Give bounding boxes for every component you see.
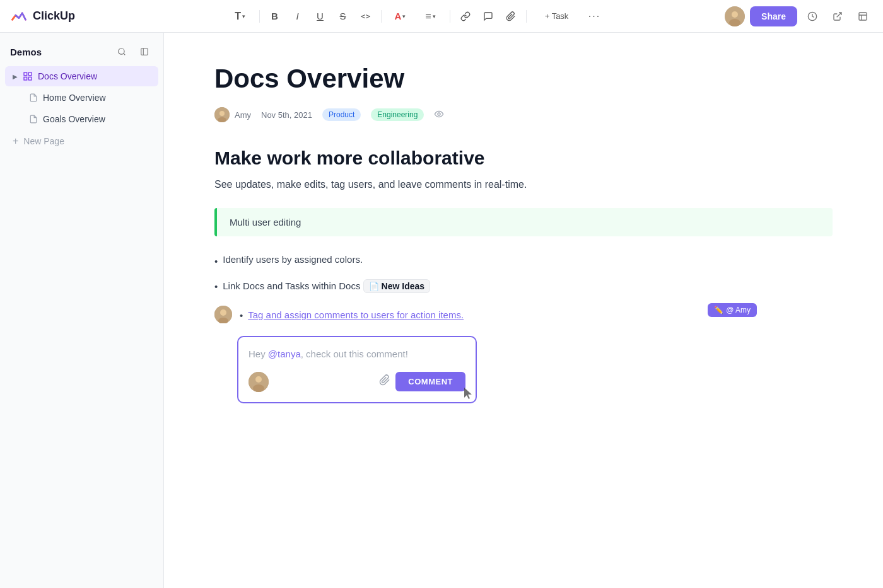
export-icon [833, 11, 843, 21]
comment-footer: COMMENT [249, 372, 465, 392]
svg-point-15 [218, 117, 226, 122]
app-name: ClickUp [33, 9, 75, 23]
code-button[interactable]: <> [356, 6, 376, 26]
comment-submit-button[interactable]: COMMENT [395, 372, 465, 391]
layout-button[interactable] [853, 6, 873, 26]
main-layout: Demos ▶ [0, 33, 883, 588]
workspace-title: Demos [10, 47, 42, 57]
bullet-dot-1: • [214, 256, 218, 267]
bullet-item-2: • Link Docs and Tasks within Docs 📄 New … [214, 279, 833, 293]
svg-rect-5 [859, 13, 867, 20]
bullet-list: • Identify users by assigned colors. • L… [214, 254, 833, 323]
strikethrough-button[interactable]: S [333, 6, 353, 26]
link-icon [460, 11, 471, 21]
layout-icon [858, 11, 868, 21]
italic-button[interactable]: I [288, 6, 308, 26]
plus-icon: + [13, 135, 18, 147]
history-button[interactable] [802, 6, 822, 26]
color-label: A [395, 11, 402, 21]
sidebar: Demos ▶ [0, 33, 164, 588]
bold-button[interactable]: B [265, 6, 285, 26]
comment-actions: COMMENT [379, 372, 465, 391]
align-arrow-icon: ▾ [433, 13, 436, 20]
tag-engineering[interactable]: Engineering [371, 108, 424, 121]
underline-button[interactable]: U [310, 6, 330, 26]
collapse-button[interactable] [136, 43, 153, 61]
bullet-text-2-before: Link Docs and Tasks within Docs [223, 280, 363, 291]
search-button[interactable] [113, 43, 131, 61]
svg-rect-9 [24, 72, 27, 76]
svg-point-1 [732, 11, 738, 18]
sidebar-item-home-overview[interactable]: Home Overview [5, 88, 158, 108]
toolbar-divider-2 [381, 10, 382, 23]
main-toolbar: ClickUp T ▾ B I U S <> A ▾ ≡ ▾ [0, 0, 883, 33]
svg-point-21 [255, 376, 262, 383]
svg-rect-8 [141, 49, 148, 55]
link-button[interactable] [455, 6, 476, 26]
bullet-dot-3: • [240, 310, 243, 321]
sidebar-header: Demos [0, 33, 163, 66]
comment-tool-button[interactable] [478, 6, 498, 26]
bullet-text-2: Link Docs and Tasks within Docs 📄 New Id… [223, 279, 430, 293]
visibility-icon [434, 109, 444, 121]
bullet-dot-2: • [214, 281, 218, 292]
callout-block: Multi user editing [214, 208, 833, 236]
section-heading: Make work more collaborative [214, 147, 833, 169]
align-icon: ≡ [425, 11, 431, 22]
comment-user-avatar [249, 372, 269, 392]
user-badge: ✏️ @ Amy [708, 303, 757, 317]
new-page-button[interactable]: + New Page [5, 130, 158, 152]
sidebar-item-docs-overview[interactable]: ▶ Docs Overview [5, 66, 158, 86]
doc-icon [29, 115, 38, 124]
section-description: See updates, make edits, tag users, and … [214, 179, 833, 190]
user-badge-name: @ Amy [726, 306, 751, 314]
svg-line-4 [837, 13, 841, 17]
color-button[interactable]: A ▾ [387, 6, 414, 26]
export-button[interactable] [827, 6, 848, 26]
svg-rect-10 [28, 72, 32, 76]
callout-text: Multi user editing [230, 217, 301, 228]
text-format-button[interactable]: T ▾ [226, 6, 254, 26]
comment-box: Hey @tanya, check out this comment! [237, 336, 477, 403]
bullet-text-1: Identify users by assigned colors. [223, 254, 363, 265]
share-button[interactable]: Share [750, 6, 797, 26]
expand-arrow-icon: ▶ [13, 73, 18, 80]
svg-point-16 [438, 113, 440, 115]
svg-rect-12 [28, 77, 32, 80]
sidebar-item-label: Docs Overview [38, 71, 97, 81]
comment-text: Hey @tanya, check out this comment! [249, 347, 465, 362]
sidebar-item-label: Home Overview [43, 93, 106, 103]
add-task-label: + Task [545, 11, 569, 21]
toolbar-divider-3 [450, 10, 450, 23]
svg-point-14 [219, 111, 225, 116]
toolbar-right: Share [725, 6, 873, 26]
sidebar-actions [113, 43, 153, 61]
bullet-item-3: • Tag and assign comments to users for a… [214, 306, 833, 323]
user-avatar [725, 6, 745, 26]
doc-link-icon: 📄 [369, 282, 379, 291]
bullet-text-3[interactable]: Tag and assign comments to users for act… [248, 309, 464, 320]
more-options-button[interactable]: ··· [585, 6, 605, 26]
align-button[interactable]: ≡ ▾ [417, 6, 445, 26]
doc-title: Docs Overview [214, 63, 833, 95]
bullet-item-1: • Identify users by assigned colors. [214, 254, 833, 267]
collapse-icon [140, 47, 149, 56]
clickup-logo-icon [10, 8, 28, 25]
toolbar-divider-4 [526, 10, 527, 23]
doc-link-label: New Ideas [382, 281, 424, 291]
author-name: Amy [235, 110, 251, 120]
attachment-button[interactable] [501, 6, 521, 26]
tag-product[interactable]: Product [322, 108, 361, 121]
doc-grid-icon [23, 71, 33, 81]
comment-text-after: , check out this comment! [301, 349, 408, 359]
svg-point-22 [253, 384, 264, 392]
search-icon [117, 47, 126, 56]
add-task-button[interactable]: + Task [532, 6, 582, 26]
color-arrow-icon: ▾ [402, 13, 406, 20]
attach-icon[interactable] [379, 374, 390, 389]
svg-line-7 [124, 54, 126, 55]
author-avatar [214, 107, 230, 122]
sidebar-item-goals-overview[interactable]: Goals Overview [5, 109, 158, 129]
new-ideas-link[interactable]: 📄 New Ideas [363, 279, 430, 293]
svg-point-18 [220, 309, 226, 316]
